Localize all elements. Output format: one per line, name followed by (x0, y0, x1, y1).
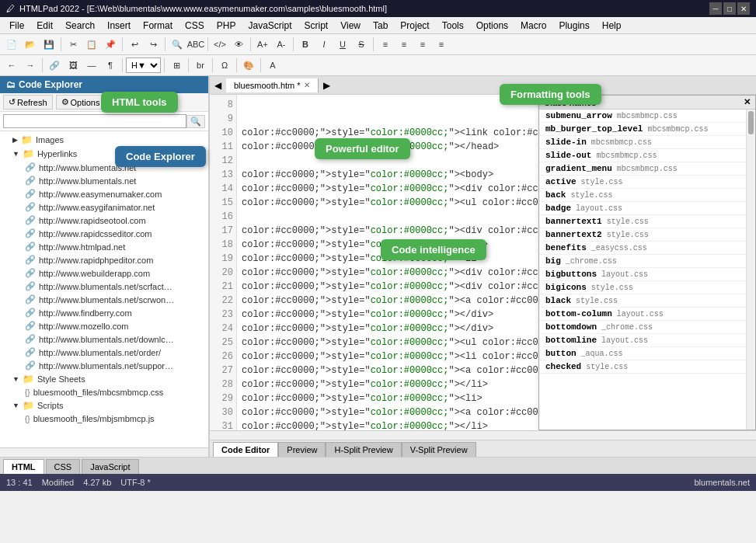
tree-item[interactable]: 🔗http://www.blumentals.net (0, 174, 208, 187)
tree-item[interactable]: ▼📁Hyperlinks (0, 147, 208, 161)
refresh-button[interactable]: ↺ Refresh (3, 95, 53, 110)
validate-button[interactable]: </> (211, 36, 228, 53)
font-size-button[interactable]: A (264, 57, 281, 74)
tree-item[interactable]: 🔗http://www.blumentals.net/scrfact… (0, 280, 208, 293)
copy-button[interactable]: 📋 (83, 36, 100, 53)
strikethrough-button[interactable]: S (353, 36, 370, 53)
search-button[interactable]: 🔍 (169, 36, 186, 53)
autocomplete-item[interactable]: gradient_menumbcsmbmcp.css (539, 162, 746, 176)
autocomplete-item[interactable]: backstyle.css (539, 189, 746, 202)
menu-item-view[interactable]: View (334, 19, 367, 33)
code-hscroll[interactable] (210, 430, 756, 440)
autocomplete-item[interactable]: bigiconsstyle.css (539, 281, 746, 294)
autocomplete-item[interactable]: big_chrome.css (539, 255, 746, 268)
tree-item[interactable]: 🔗http://www.blumentals.net/order/ (0, 346, 208, 359)
tree-item[interactable]: 🔗http://www.rapidseotool.com (0, 214, 208, 227)
paragraph-button[interactable]: ¶ (102, 57, 119, 74)
language-tab-html[interactable]: HTML (3, 459, 44, 474)
hr-button[interactable]: — (83, 57, 100, 74)
spellcheck-button[interactable]: ABC (187, 36, 204, 53)
tree-item[interactable]: {}bluesmooth_files/mbcsmbmcp.css (0, 386, 208, 399)
tree-item[interactable]: 🔗http://www.webuilderapp.com (0, 266, 208, 280)
save-button[interactable]: 💾 (40, 36, 57, 53)
tree-item[interactable]: 🔗http://www.htmlpad.net (0, 240, 208, 253)
language-tab-css[interactable]: CSS (46, 459, 81, 474)
autocomplete-item[interactable]: button_aqua.css (539, 347, 746, 360)
paste-button[interactable]: 📌 (102, 36, 119, 53)
editor-tab-h-split-preview[interactable]: H-Split Preview (326, 442, 401, 457)
tree-item[interactable]: 🔗http://www.blumentals.net/downlc… (0, 332, 208, 346)
minimize-button[interactable]: ─ (709, 2, 722, 15)
autocomplete-list[interactable]: submenu_arrowmbcsmbmcp.cssmb_burger_top_… (539, 110, 746, 430)
tree-item[interactable]: 🔗http://www.blumentals.net/scrwon… (0, 293, 208, 306)
redo-button[interactable]: ↪ (145, 36, 162, 53)
autocomplete-item[interactable]: slide-outmbcsmbmcp.css (539, 149, 746, 162)
autocomplete-item[interactable]: slide-inmbcsmbmcp.css (539, 136, 746, 149)
new-button[interactable]: 📄 (3, 36, 20, 53)
menu-item-format[interactable]: Format (137, 19, 179, 33)
font-larger-button[interactable]: A+ (254, 36, 271, 53)
tree-item[interactable]: 🔗http://www.blumentals.net (0, 161, 208, 174)
autocomplete-item[interactable]: checkedstyle.css (539, 360, 746, 374)
tab-nav-prev[interactable]: ◀ (210, 78, 226, 92)
menu-item-css[interactable]: CSS (179, 19, 211, 33)
tree-item[interactable]: 🔗http://www.rapidcsseditor.com (0, 227, 208, 240)
align-right-button[interactable]: ≡ (414, 36, 431, 53)
menu-item-plugins[interactable]: Plugins (552, 19, 595, 33)
menu-item-tools[interactable]: Tools (436, 19, 470, 33)
menu-item-options[interactable]: Options (470, 19, 514, 33)
menu-item-php[interactable]: PHP (211, 19, 242, 33)
link-button[interactable]: 🔗 (46, 57, 63, 74)
font-smaller-button[interactable]: A- (273, 36, 290, 53)
search-button[interactable]: 🔍 (186, 115, 205, 128)
italic-button[interactable]: I (315, 36, 333, 53)
forward-nav-button[interactable]: → (22, 57, 39, 74)
autocomplete-item[interactable]: badgelayout.css (539, 202, 746, 215)
align-justify-button[interactable]: ≡ (433, 36, 450, 53)
options-button[interactable]: ⚙ Options ▼ (56, 95, 116, 110)
tree-item[interactable]: 🔗http://www.rapidphpeditor.com (0, 253, 208, 266)
autocomplete-item[interactable]: mb_burger_top_levelmbcsmbmcp.css (539, 123, 746, 136)
menu-item-project[interactable]: Project (394, 19, 435, 33)
autocomplete-item[interactable]: bottomdown_chrome.css (539, 321, 746, 334)
cut-button[interactable]: ✂ (64, 36, 82, 53)
menu-item-javascript[interactable]: JavaScript (242, 19, 298, 33)
editor-tab-v-split-preview[interactable]: V-Split Preview (402, 442, 476, 457)
autocomplete-item[interactable]: blackstyle.css (539, 294, 746, 308)
color-picker-button[interactable]: 🎨 (240, 57, 257, 74)
tree-item[interactable]: ▼📁Style Sheets (0, 372, 208, 386)
autocomplete-item[interactable]: activestyle.css (539, 176, 746, 189)
tree-item[interactable]: 🔗http://www.mozello.com (0, 319, 208, 332)
underline-button[interactable]: U (334, 36, 351, 53)
autocomplete-item[interactable]: bottomlinelayout.css (539, 334, 746, 347)
menu-item-insert[interactable]: Insert (101, 19, 137, 33)
language-tab-javascript[interactable]: JavaScript (82, 459, 138, 474)
special-char-button[interactable]: Ω (216, 57, 233, 74)
editor-tab-preview[interactable]: Preview (278, 442, 326, 457)
tree-item[interactable]: 🔗http://www.easygifanimator.net (0, 200, 208, 214)
align-left-button[interactable]: ≡ (377, 36, 394, 53)
explorer-search-input[interactable] (3, 114, 186, 128)
autocomplete-item[interactable]: bannertext1style.css (539, 215, 746, 228)
sort-button[interactable]: ↕ (118, 96, 134, 110)
open-button[interactable]: 📂 (22, 36, 39, 53)
tree-item[interactable]: 🔗http://www.easymenumaker.com (0, 187, 208, 200)
menu-item-help[interactable]: Help (596, 19, 628, 33)
autocomplete-close-icon[interactable]: ✕ (744, 97, 751, 107)
menu-item-file[interactable]: File (3, 19, 30, 33)
autocomplete-item[interactable]: bannertext2style.css (539, 228, 746, 242)
align-center-button[interactable]: ≡ (395, 36, 413, 53)
editor-tab-code-editor[interactable]: Code Editor (213, 442, 278, 457)
tab-nav-next[interactable]: ▶ (319, 78, 335, 92)
bold-button[interactable]: B (297, 36, 314, 53)
menu-item-macro[interactable]: Macro (514, 19, 552, 33)
menu-item-script[interactable]: Script (298, 19, 335, 33)
autocomplete-item[interactable]: benefits_easycss.css (539, 242, 746, 255)
autocomplete-item[interactable]: bottom-columnlayout.css (539, 308, 746, 321)
menu-item-edit[interactable]: Edit (30, 19, 59, 33)
explorer-hscroll[interactable] (0, 447, 208, 457)
autocomplete-item[interactable]: bigbuttonslayout.css (539, 268, 746, 281)
close-button[interactable]: ✕ (737, 2, 750, 15)
tree-item[interactable]: 🔗http://www.blumentals.net/suppor… (0, 359, 208, 372)
menu-item-search[interactable]: Search (59, 19, 101, 33)
